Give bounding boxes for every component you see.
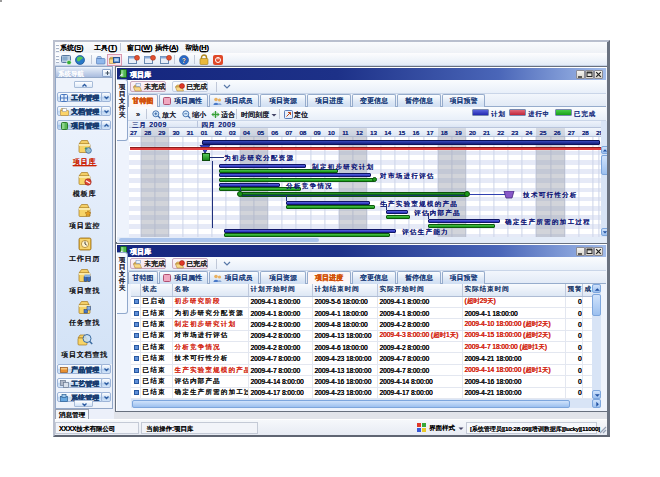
- svg-text:?: ?: [182, 57, 186, 64]
